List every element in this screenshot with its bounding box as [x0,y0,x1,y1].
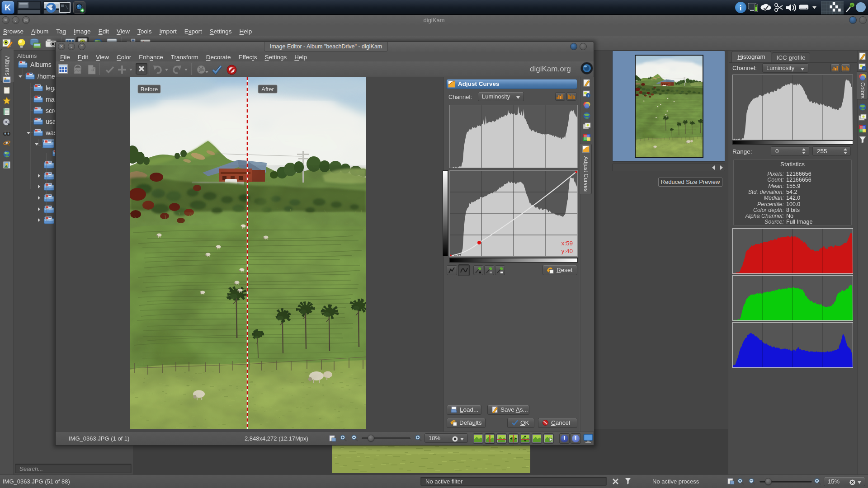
svg-text:i: i [863,66,864,70]
svg-text:i: i [588,94,589,98]
svg-text:i: i [740,4,742,12]
svg-text:y:40: y:40 [561,248,573,254]
svg-text:K: K [5,3,11,12]
svg-text:After: After [261,86,274,93]
svg-text:Before: Before [141,86,158,93]
svg-text:x:59: x:59 [561,240,573,247]
